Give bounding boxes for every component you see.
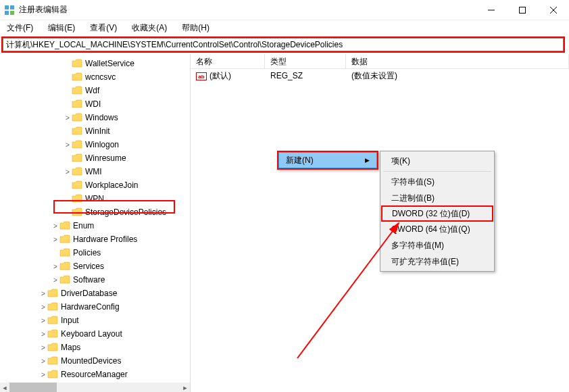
tree-item[interactable]: >Keyboard Layout — [0, 327, 190, 341]
close-button[interactable] — [538, 0, 569, 20]
tree-item[interactable]: WPN — [0, 192, 190, 205]
expand-icon[interactable]: > — [51, 276, 59, 284]
expand-icon[interactable]: > — [64, 141, 72, 149]
folder-icon — [72, 59, 82, 68]
tree-item[interactable]: wcncsvc — [0, 70, 190, 84]
list-row[interactable]: ab(默认) REG_SZ (数值未设置) — [191, 69, 569, 82]
menu-favorites[interactable]: 收藏夹(A) — [128, 21, 171, 35]
tree-item-label: Maps — [59, 343, 80, 352]
tree-item-label: ResourceManager — [59, 370, 128, 379]
tree-item[interactable]: Winresume — [0, 151, 190, 165]
menu-file[interactable]: 文件(F) — [3, 21, 37, 35]
expand-icon[interactable]: > — [39, 330, 47, 338]
tree-item[interactable]: WinInit — [0, 124, 190, 138]
tree-item[interactable]: >Services — [0, 260, 190, 273]
ctx-key[interactable]: 项(K) — [382, 153, 493, 169]
ctx-binary[interactable]: 二进制值(B) — [382, 190, 493, 206]
ctx-qword64[interactable]: QWORD (64 位)值(Q) — [382, 221, 493, 237]
folder-icon — [47, 343, 58, 352]
expand-icon[interactable]: > — [39, 290, 47, 297]
folder-icon — [72, 140, 82, 149]
tree-item-label: WalletService — [84, 59, 134, 68]
ctx-new[interactable]: 新建(N) ▶ — [278, 152, 377, 168]
addressbar-path: 计算机\HKEY_LOCAL_MACHINE\SYSTEM\CurrentCon… — [6, 39, 343, 51]
tree-scrollbar[interactable]: ◄ ► — [0, 383, 190, 392]
tree-item[interactable]: >Software — [0, 273, 190, 287]
tree-item-label: Services — [72, 262, 104, 271]
tree-item[interactable]: >Input — [0, 314, 190, 327]
ctx-multistring[interactable]: 多字符串值(M) — [382, 237, 493, 253]
svg-rect-5 — [520, 7, 526, 13]
tree-item-label: WPN — [84, 194, 104, 203]
menu-edit[interactable]: 编辑(E) — [44, 21, 79, 35]
tree-item[interactable]: >MountedDevices — [0, 354, 190, 368]
folder-icon — [47, 289, 58, 298]
expand-icon[interactable]: > — [64, 114, 72, 122]
tree-item-label: Hardware Profiles — [72, 235, 137, 244]
tree-item[interactable]: WDI — [0, 97, 190, 111]
menu-view[interactable]: 查看(V) — [86, 21, 121, 35]
folder-icon — [72, 153, 82, 163]
expand-icon[interactable]: > — [64, 168, 72, 176]
tree-item-label: WDI — [84, 99, 101, 109]
value-name: ab(默认) — [191, 70, 265, 82]
folder-icon — [72, 86, 82, 95]
ctx-string[interactable]: 字符串值(S) — [382, 174, 493, 190]
tree-item-label: WMI — [84, 167, 102, 176]
svg-rect-1 — [10, 5, 14, 9]
expand-icon[interactable]: > — [39, 344, 47, 351]
tree-item[interactable]: StorageDevicePolicies — [0, 205, 190, 219]
tree-item[interactable]: >Hardware Profiles — [0, 232, 190, 246]
expand-icon[interactable]: > — [39, 317, 47, 324]
tree-item[interactable]: >HardwareConfig — [0, 300, 190, 314]
ctx-dword32[interactable]: DWORD (32 位)值(D) — [381, 205, 493, 222]
folder-icon — [59, 275, 70, 285]
minimize-button[interactable] — [476, 0, 507, 20]
tree-item[interactable]: Wdf — [0, 84, 190, 97]
tree-item-label: StorageDevicePolicies — [84, 207, 166, 217]
tree-item[interactable]: >Winlogon — [0, 138, 190, 151]
folder-icon — [59, 221, 70, 230]
tree-item[interactable]: >DriverDatabase — [0, 287, 190, 300]
addressbar[interactable]: 计算机\HKEY_LOCAL_MACHINE\SYSTEM\CurrentCon… — [3, 38, 564, 51]
tree-item[interactable]: >Maps — [0, 341, 190, 354]
col-header-type[interactable]: 类型 — [265, 54, 346, 68]
menu-help[interactable]: 帮助(H) — [178, 21, 214, 35]
ctx-expandstring[interactable]: 可扩充字符串值(E) — [382, 253, 493, 270]
window-controls — [476, 0, 569, 20]
expand-icon[interactable]: > — [39, 358, 47, 365]
tree-pane[interactable]: WalletServicewcncsvcWdfWDI>WindowsWinIni… — [0, 54, 191, 392]
context-menu-new: 新建(N) ▶ — [277, 151, 378, 170]
svg-rect-2 — [5, 11, 9, 15]
tree-item[interactable]: Policies — [0, 246, 190, 260]
ctx-new-label: 新建(N) — [286, 155, 314, 166]
col-header-name[interactable]: 名称 — [191, 54, 265, 68]
reg-sz-icon: ab — [196, 72, 207, 80]
folder-icon — [59, 235, 70, 244]
folder-icon — [72, 99, 82, 109]
tree-item[interactable]: WorkplaceJoin — [0, 178, 190, 192]
expand-icon[interactable]: > — [51, 236, 59, 243]
tree-item[interactable]: >WMI — [0, 165, 190, 178]
value-type: REG_SZ — [265, 71, 346, 80]
expand-icon[interactable]: > — [51, 263, 59, 270]
tree-item[interactable]: >Enum — [0, 219, 190, 232]
col-header-data[interactable]: 数据 — [346, 54, 569, 68]
maximize-button[interactable] — [507, 0, 538, 20]
folder-icon — [47, 370, 58, 379]
tree-item[interactable]: >ResourceManager — [0, 368, 190, 381]
expand-icon[interactable]: > — [39, 371, 47, 378]
tree-item[interactable]: >Windows — [0, 111, 190, 124]
expand-icon[interactable]: > — [39, 303, 47, 311]
tree-item-label: DriverDatabase — [59, 289, 117, 298]
tree-item-label: WorkplaceJoin — [84, 180, 138, 190]
addressbar-highlight: 计算机\HKEY_LOCAL_MACHINE\SYSTEM\CurrentCon… — [1, 36, 565, 53]
tree-item-label: Policies — [72, 248, 101, 258]
folder-icon — [47, 356, 58, 366]
tree-item-label: Wdf — [84, 86, 99, 95]
tree-item[interactable]: WalletService — [0, 57, 190, 70]
folder-icon — [72, 72, 82, 82]
expand-icon[interactable]: > — [51, 222, 59, 230]
menu-separator — [383, 171, 491, 172]
window-title: 注册表编辑器 — [19, 4, 476, 16]
